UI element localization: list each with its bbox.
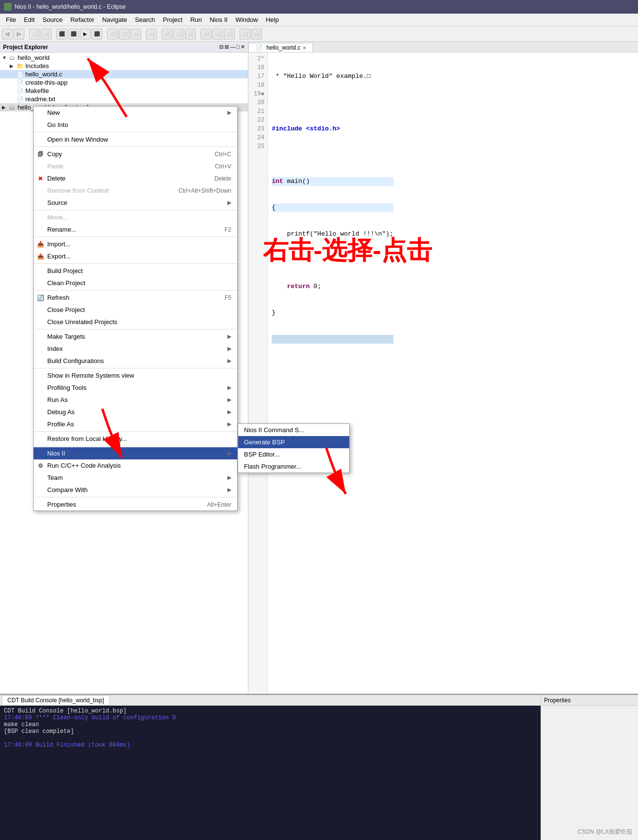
ctx-move[interactable]: Move... — [34, 211, 237, 223]
toolbar-btn-19[interactable]: ⬜ — [240, 29, 250, 39]
ctx-restore-local[interactable]: Restore from Local History... — [34, 433, 237, 445]
menu-refactor[interactable]: Refactor — [67, 15, 98, 25]
menu-help[interactable]: Help — [262, 15, 283, 25]
panel-ctrl-5[interactable]: ✕ — [241, 44, 245, 50]
menu-file[interactable]: File — [2, 15, 20, 25]
toolbar-btn-13[interactable]: ⬜ — [162, 29, 172, 39]
ctx-debug-as[interactable]: Debug As ▶ — [34, 406, 237, 418]
console-tab-build[interactable]: CDT Build Console [hello_world_bsp] — [2, 695, 110, 705]
context-menu: New ▶ Go Into Open in New Window 🗐 Copy … — [33, 106, 238, 511]
line-num-1: 2* — [251, 55, 264, 63]
ctx-profiling[interactable]: Profiling Tools ▶ — [34, 382, 237, 394]
ctx-show-remote[interactable]: Show in Remote Systems view — [34, 369, 237, 382]
niosii-cmd-shell[interactable]: Nios II Command S... — [238, 424, 349, 436]
line-num-8: 22 — [251, 116, 264, 125]
window-title: Nios II - hello_world/hello_world.c - Ec… — [15, 3, 126, 10]
file-icon-makefile: 📄 — [16, 88, 24, 94]
ctx-build-configs[interactable]: Build Configurations ▶ — [34, 355, 237, 367]
submenu-arrow-run-as: ▶ — [227, 397, 231, 403]
editor-tab-hello-world-c[interactable]: 📄 hello_world.c ✕ — [248, 43, 313, 52]
ctx-properties[interactable]: Properties Alt+Enter — [34, 498, 237, 511]
code-line-8 — [272, 256, 394, 265]
ctx-run-cpp[interactable]: ⚙ Run C/C++ Code Analysis — [34, 459, 237, 472]
menu-run[interactable]: Run — [187, 15, 206, 25]
tree-expand-arrow: ▶ — [10, 63, 16, 69]
code-text[interactable]: * "Hello World" example.□ #include <stdi… — [268, 53, 397, 694]
toolbar-btn-6[interactable]: ⬛ — [68, 29, 79, 39]
tree-item-includes[interactable]: ▶ 📁 Includes — [0, 62, 248, 70]
menu-niosii[interactable]: Nios II — [206, 15, 232, 25]
ctx-source[interactable]: Source ▶ — [34, 197, 237, 209]
ctx-import[interactable]: 📥 Import... — [34, 238, 237, 250]
ctx-make-targets[interactable]: Make Targets ▶ — [34, 330, 237, 343]
panel-ctrl-1[interactable]: ⊟ — [219, 44, 224, 50]
refresh-icon: 🔄 — [37, 294, 44, 301]
toolbar-btn-4[interactable]: ⬜ — [41, 29, 52, 39]
toolbar-btn-1[interactable]: ◁ — [2, 29, 13, 39]
ctx-new[interactable]: New ▶ — [34, 107, 237, 119]
ctx-sep-1 — [34, 132, 237, 132]
panel-ctrl-3[interactable]: — — [230, 44, 235, 50]
ctx-sep-3 — [34, 210, 237, 210]
toolbar-btn-2[interactable]: ▷ — [14, 29, 24, 39]
toolbar-btn-15[interactable]: ⬜ — [185, 29, 196, 39]
toolbar-btn-20[interactable]: ⬜ — [251, 29, 262, 39]
ctx-index[interactable]: Index ▶ — [34, 343, 237, 355]
menu-project[interactable]: Project — [159, 15, 186, 25]
ctx-niosii[interactable]: Nios II ▶ — [34, 447, 237, 459]
niosii-flash-programmer[interactable]: Flash Programmer... — [238, 460, 349, 473]
panel-ctrl-2[interactable]: ⊞ — [225, 44, 229, 50]
ctx-compare-with[interactable]: Compare With ▶ — [34, 484, 237, 496]
tree-item-makefile[interactable]: ▶ 📄 Makefile — [0, 87, 248, 95]
niosii-generate-bsp[interactable]: Generate BSP — [238, 436, 349, 448]
toolbar-btn-18[interactable]: ⬜ — [224, 29, 235, 39]
tree-label: hello_world — [18, 54, 50, 61]
toolbar-btn-11[interactable]: ⬜ — [131, 29, 141, 39]
toolbar-btn-10[interactable]: ⬜ — [119, 29, 130, 39]
ctx-close-unrelated[interactable]: Close Unrelated Projects — [34, 316, 237, 328]
ctx-sep-9 — [34, 431, 237, 432]
tree-item-hello-world[interactable]: ▼ 🗂 hello_world — [0, 54, 248, 62]
ctx-profile-as[interactable]: Profile As ▶ — [34, 418, 237, 430]
ctx-copy[interactable]: 🗐 Copy Ctrl+C — [34, 148, 237, 160]
ctx-remove-context[interactable]: Remove from Context Ctrl+Alt+Shift+Down — [34, 184, 237, 197]
ctx-delete[interactable]: ✖ Delete Delete — [34, 172, 237, 184]
project-explorer-header: Project Explorer ⊟ ⊞ — □ ✕ — [0, 42, 248, 53]
toolbar-btn-12[interactable]: ⬜ — [146, 29, 157, 39]
app-icon — [4, 3, 12, 11]
ctx-paste[interactable]: Paste Ctrl+V — [34, 160, 237, 172]
menu-search[interactable]: Search — [131, 15, 159, 25]
tab-close-btn[interactable]: ✕ — [302, 45, 306, 51]
ctx-export[interactable]: 📤 Export... — [34, 250, 237, 262]
tree-label: hello_world.c — [25, 71, 62, 78]
toolbar-btn-7[interactable]: ▶ — [80, 29, 91, 39]
ctx-team[interactable]: Team ▶ — [34, 472, 237, 484]
ctx-go-into[interactable]: Go Into — [34, 119, 237, 131]
ctx-close-project[interactable]: Close Project — [34, 304, 237, 316]
ctx-clean-project[interactable]: Clean Project — [34, 277, 237, 289]
ctx-run-as[interactable]: Run As ▶ — [34, 394, 237, 406]
toolbar-btn-17[interactable]: ⬜ — [212, 29, 223, 39]
ctx-rename[interactable]: Rename... F2 — [34, 223, 237, 236]
toolbar-btn-3[interactable]: ⬜ — [29, 29, 40, 39]
menu-source[interactable]: Source — [38, 15, 66, 25]
toolbar-btn-8[interactable]: ⬛ — [92, 29, 102, 39]
niosii-bsp-editor[interactable]: BSP Editor... — [238, 448, 349, 460]
ctx-sep-11 — [34, 497, 237, 497]
tree-item-hello-world-c[interactable]: ▶ 📄 hello_world.c — [0, 70, 248, 78]
tree-item-create-app[interactable]: ▶ 📄 create-this-app — [0, 78, 248, 87]
submenu-arrow-team: ▶ — [227, 475, 231, 481]
tree-item-readme[interactable]: ▶ 📄 readme.txt — [0, 95, 248, 103]
toolbar-btn-9[interactable]: ⬜ — [107, 29, 118, 39]
toolbar-btn-14[interactable]: ⬜ — [173, 29, 184, 39]
ctx-open-window[interactable]: Open in New Window — [34, 133, 237, 146]
ctx-build-project[interactable]: Build Project — [34, 265, 237, 277]
menu-navigate[interactable]: Navigate — [98, 15, 131, 25]
menu-edit[interactable]: Edit — [20, 15, 38, 25]
ctx-refresh[interactable]: 🔄 Refresh F5 — [34, 292, 237, 304]
menu-window[interactable]: Window — [231, 15, 262, 25]
submenu-arrow-niosii: ▶ — [227, 450, 231, 457]
toolbar-btn-5[interactable]: ⬛ — [56, 29, 67, 39]
toolbar-btn-16[interactable]: ⬜ — [201, 29, 211, 39]
panel-ctrl-4[interactable]: □ — [236, 44, 240, 50]
